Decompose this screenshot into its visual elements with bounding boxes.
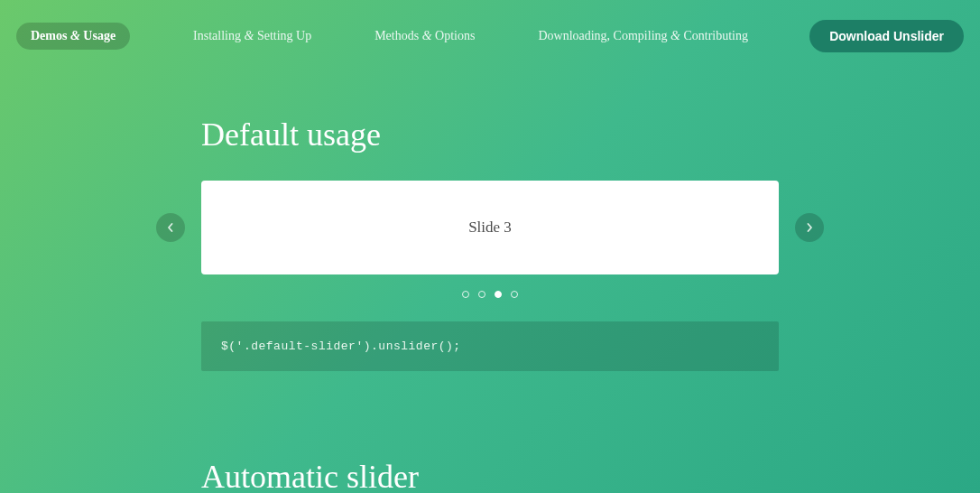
section-title-automatic-slider: Automatic slider: [201, 458, 779, 493]
nav-label-pre: Methods: [374, 29, 422, 42]
nav-label-post: Contributing: [680, 29, 748, 42]
dot-3[interactable]: [495, 291, 502, 298]
ampersand-icon: &: [670, 29, 680, 42]
slide-panel: Slide 3: [201, 181, 779, 274]
nav-tab-downloading[interactable]: Downloading, Compiling & Contributing: [538, 29, 748, 43]
nav-tab-demos[interactable]: Demos & Usage: [16, 23, 130, 50]
nav-label-post: Usage: [80, 29, 116, 42]
nav-tab-methods[interactable]: Methods & Options: [374, 29, 475, 43]
download-button[interactable]: Download Unslider: [809, 20, 964, 52]
dot-1[interactable]: [462, 291, 469, 298]
section-title-default-usage: Default usage: [201, 116, 779, 153]
slider-container: Slide 3: [201, 181, 779, 274]
next-arrow-button[interactable]: [795, 213, 824, 242]
slide-text: Slide 3: [468, 219, 512, 237]
nav-label-pre: Installing: [193, 29, 244, 42]
nav-tab-installing[interactable]: Installing & Setting Up: [193, 29, 311, 43]
ampersand-icon: &: [245, 29, 254, 42]
nav-label-post: Setting Up: [254, 29, 311, 42]
dot-2[interactable]: [478, 291, 485, 298]
prev-arrow-button[interactable]: [156, 213, 185, 242]
code-snippet: $('.default-slider').unslider();: [201, 321, 779, 371]
ampersand-icon: &: [70, 29, 80, 42]
chevron-left-icon: [166, 223, 175, 232]
nav-label-pre: Demos: [31, 29, 70, 42]
dot-4[interactable]: [511, 291, 518, 298]
ampersand-icon: &: [422, 29, 432, 42]
main-content: Default usage Slide 3 $('.default-slider…: [201, 52, 779, 493]
top-nav: Demos & Usage Installing & Setting Up Me…: [0, 0, 980, 52]
nav-label-post: Options: [432, 29, 476, 42]
pagination-dots: [201, 291, 779, 298]
nav-label-pre: Downloading, Compiling: [538, 29, 670, 42]
chevron-right-icon: [805, 223, 814, 232]
